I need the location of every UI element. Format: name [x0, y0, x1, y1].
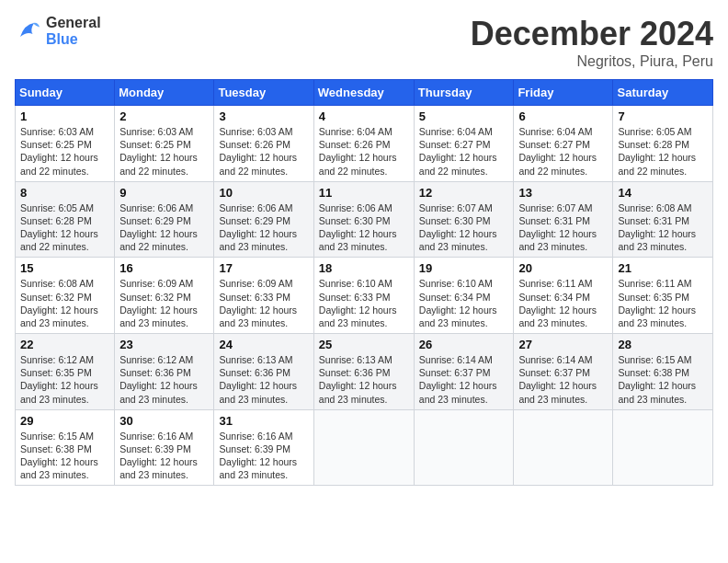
- day-header-friday: Friday: [514, 80, 613, 106]
- location: Negritos, Piura, Peru: [471, 53, 713, 70]
- day-info: Sunrise: 6:14 AMSunset: 6:37 PMDaylight:…: [419, 353, 509, 406]
- day-info: Sunrise: 6:10 AMSunset: 6:34 PMDaylight:…: [419, 277, 509, 329]
- day-number: 31: [219, 414, 308, 428]
- day-number: 15: [20, 261, 109, 275]
- calendar-cell: 19Sunrise: 6:10 AMSunset: 6:34 PMDayligh…: [414, 258, 514, 334]
- calendar-cell: 4Sunrise: 6:04 AMSunset: 6:26 PMDaylight…: [313, 106, 414, 182]
- day-number: 22: [20, 338, 109, 351]
- day-info: Sunrise: 6:05 AMSunset: 6:28 PMDaylight:…: [20, 201, 109, 254]
- calendar-header-row: SundayMondayTuesdayWednesdayThursdayFrid…: [16, 80, 713, 106]
- calendar-cell: 25Sunrise: 6:13 AMSunset: 6:36 PMDayligh…: [313, 334, 414, 410]
- day-info: Sunrise: 6:04 AMSunset: 6:27 PMDaylight:…: [419, 125, 509, 178]
- day-number: 13: [518, 186, 608, 200]
- calendar-week-row: 15Sunrise: 6:08 AMSunset: 6:32 PMDayligh…: [16, 258, 713, 334]
- day-number: 11: [319, 186, 409, 200]
- day-header-saturday: Saturday: [613, 80, 713, 106]
- calendar-cell: [313, 409, 414, 486]
- calendar-cell: 28Sunrise: 6:15 AMSunset: 6:38 PMDayligh…: [613, 334, 713, 410]
- day-info: Sunrise: 6:08 AMSunset: 6:31 PMDaylight:…: [618, 201, 708, 254]
- day-info: Sunrise: 6:05 AMSunset: 6:28 PMDaylight:…: [618, 125, 708, 178]
- calendar-week-row: 29Sunrise: 6:15 AMSunset: 6:38 PMDayligh…: [16, 409, 713, 486]
- calendar-cell: 10Sunrise: 6:06 AMSunset: 6:29 PMDayligh…: [214, 181, 313, 258]
- day-info: Sunrise: 6:12 AMSunset: 6:36 PMDaylight:…: [119, 353, 209, 406]
- header: General Blue December 2024 Negritos, Piu…: [15, 15, 713, 70]
- calendar-cell: 31Sunrise: 6:16 AMSunset: 6:39 PMDayligh…: [214, 409, 313, 486]
- day-info: Sunrise: 6:06 AMSunset: 6:29 PMDaylight:…: [219, 201, 308, 254]
- day-info: Sunrise: 6:06 AMSunset: 6:29 PMDaylight:…: [119, 201, 209, 254]
- day-info: Sunrise: 6:15 AMSunset: 6:38 PMDaylight:…: [20, 430, 109, 482]
- calendar-cell: 18Sunrise: 6:10 AMSunset: 6:33 PMDayligh…: [313, 258, 414, 334]
- calendar-cell: 12Sunrise: 6:07 AMSunset: 6:30 PMDayligh…: [414, 181, 514, 258]
- day-info: Sunrise: 6:14 AMSunset: 6:37 PMDaylight:…: [518, 353, 608, 406]
- calendar-cell: 14Sunrise: 6:08 AMSunset: 6:31 PMDayligh…: [613, 181, 713, 258]
- day-info: Sunrise: 6:04 AMSunset: 6:27 PMDaylight:…: [518, 125, 608, 178]
- calendar-cell: 20Sunrise: 6:11 AMSunset: 6:34 PMDayligh…: [514, 258, 613, 334]
- calendar-cell: 26Sunrise: 6:14 AMSunset: 6:37 PMDayligh…: [414, 334, 514, 410]
- day-number: 18: [319, 261, 409, 275]
- day-header-thursday: Thursday: [414, 80, 514, 106]
- day-info: Sunrise: 6:06 AMSunset: 6:30 PMDaylight:…: [319, 201, 409, 254]
- calendar-week-row: 1Sunrise: 6:03 AMSunset: 6:25 PMDaylight…: [16, 106, 713, 182]
- title-block: December 2024 Negritos, Piura, Peru: [471, 15, 713, 70]
- day-number: 23: [119, 338, 209, 351]
- day-number: 2: [119, 109, 209, 123]
- day-info: Sunrise: 6:15 AMSunset: 6:38 PMDaylight:…: [618, 353, 708, 406]
- calendar-cell: 27Sunrise: 6:14 AMSunset: 6:37 PMDayligh…: [514, 334, 613, 410]
- month-title: December 2024: [471, 15, 713, 53]
- calendar-cell: 13Sunrise: 6:07 AMSunset: 6:31 PMDayligh…: [514, 181, 613, 258]
- calendar-cell: 22Sunrise: 6:12 AMSunset: 6:35 PMDayligh…: [16, 334, 115, 410]
- day-number: 16: [119, 261, 209, 275]
- day-number: 10: [219, 186, 308, 200]
- day-info: Sunrise: 6:10 AMSunset: 6:33 PMDaylight:…: [319, 277, 409, 329]
- calendar-cell: 24Sunrise: 6:13 AMSunset: 6:36 PMDayligh…: [214, 334, 313, 410]
- calendar-cell: 2Sunrise: 6:03 AMSunset: 6:25 PMDaylight…: [115, 106, 214, 182]
- day-number: 20: [518, 261, 608, 275]
- calendar-cell: 8Sunrise: 6:05 AMSunset: 6:28 PMDaylight…: [16, 181, 115, 258]
- day-header-monday: Monday: [115, 80, 214, 106]
- day-number: 24: [219, 338, 308, 351]
- day-number: 28: [618, 338, 708, 351]
- calendar-cell: 5Sunrise: 6:04 AMSunset: 6:27 PMDaylight…: [414, 106, 514, 182]
- calendar-cell: [414, 409, 514, 486]
- calendar-cell: [613, 409, 713, 486]
- day-number: 3: [219, 109, 308, 123]
- day-number: 26: [419, 338, 509, 351]
- calendar-cell: 3Sunrise: 6:03 AMSunset: 6:26 PMDaylight…: [214, 106, 313, 182]
- day-number: 4: [319, 109, 409, 123]
- day-header-wednesday: Wednesday: [313, 80, 414, 106]
- logo-text: General Blue: [46, 15, 101, 48]
- day-info: Sunrise: 6:03 AMSunset: 6:25 PMDaylight:…: [119, 125, 209, 178]
- day-number: 6: [518, 109, 608, 123]
- day-info: Sunrise: 6:08 AMSunset: 6:32 PMDaylight:…: [20, 277, 109, 329]
- day-number: 12: [419, 186, 509, 200]
- calendar-cell: 1Sunrise: 6:03 AMSunset: 6:25 PMDaylight…: [16, 106, 115, 182]
- logo: General Blue: [15, 15, 101, 48]
- day-number: 9: [119, 186, 209, 200]
- calendar-week-row: 8Sunrise: 6:05 AMSunset: 6:28 PMDaylight…: [16, 181, 713, 258]
- day-info: Sunrise: 6:04 AMSunset: 6:26 PMDaylight:…: [319, 125, 409, 178]
- day-number: 27: [518, 338, 608, 351]
- day-info: Sunrise: 6:03 AMSunset: 6:26 PMDaylight:…: [219, 125, 308, 178]
- day-header-sunday: Sunday: [16, 80, 115, 106]
- calendar-cell: 29Sunrise: 6:15 AMSunset: 6:38 PMDayligh…: [16, 409, 115, 486]
- day-number: 8: [20, 186, 109, 200]
- calendar-cell: 7Sunrise: 6:05 AMSunset: 6:28 PMDaylight…: [613, 106, 713, 182]
- day-info: Sunrise: 6:03 AMSunset: 6:25 PMDaylight:…: [20, 125, 109, 178]
- day-number: 7: [618, 109, 708, 123]
- calendar-cell: 6Sunrise: 6:04 AMSunset: 6:27 PMDaylight…: [514, 106, 613, 182]
- day-info: Sunrise: 6:07 AMSunset: 6:30 PMDaylight:…: [419, 201, 509, 254]
- day-info: Sunrise: 6:11 AMSunset: 6:35 PMDaylight:…: [618, 277, 708, 329]
- day-info: Sunrise: 6:13 AMSunset: 6:36 PMDaylight:…: [319, 353, 409, 406]
- day-info: Sunrise: 6:12 AMSunset: 6:35 PMDaylight:…: [20, 353, 109, 406]
- calendar-cell: 11Sunrise: 6:06 AMSunset: 6:30 PMDayligh…: [313, 181, 414, 258]
- calendar-cell: 17Sunrise: 6:09 AMSunset: 6:33 PMDayligh…: [214, 258, 313, 334]
- day-info: Sunrise: 6:13 AMSunset: 6:36 PMDaylight:…: [219, 353, 308, 406]
- calendar-cell: 30Sunrise: 6:16 AMSunset: 6:39 PMDayligh…: [115, 409, 214, 486]
- day-number: 29: [20, 414, 109, 428]
- day-number: 1: [20, 109, 109, 123]
- day-info: Sunrise: 6:09 AMSunset: 6:33 PMDaylight:…: [219, 277, 308, 329]
- day-number: 30: [119, 414, 209, 428]
- calendar-cell: [514, 409, 613, 486]
- day-number: 21: [618, 261, 708, 275]
- day-number: 5: [419, 109, 509, 123]
